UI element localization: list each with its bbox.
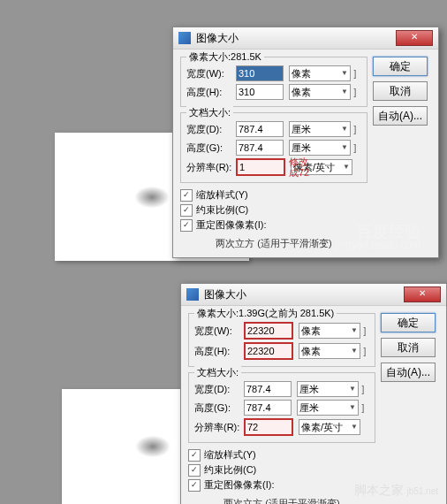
resample-label: 重定图像像素(I): xyxy=(204,478,274,492)
chevron-down-icon: ▼ xyxy=(351,344,358,358)
close-button[interactable]: ✕ xyxy=(404,286,441,302)
pixel-height-unit[interactable]: 像素▼ xyxy=(299,343,360,359)
pixel-size-value: 281.5K xyxy=(231,51,261,62)
link-icon: ] xyxy=(351,88,360,97)
watermark: 脚本之家 jb51.net xyxy=(354,483,438,499)
titlebar[interactable]: 图像大小 ✕ xyxy=(173,27,438,50)
scale-styles-label: 缩放样式(Y) xyxy=(196,188,248,202)
doc-size-label: 文档大小: xyxy=(186,106,233,119)
resample-checkbox[interactable]: ✓ xyxy=(180,219,193,232)
resample-checkbox[interactable]: ✓ xyxy=(188,479,201,492)
link-icon: ] xyxy=(360,347,369,356)
document-size-group: 文档大小: 宽度(D): 787.4 厘米▼ ] 高度(G): 787.4 厘米… xyxy=(180,112,367,183)
pixel-dimensions-group: 像素大小:1.39G(之前为 281.5K) 宽度(W): 22320 像素▼ … xyxy=(188,313,375,367)
chevron-down-icon: ▼ xyxy=(349,401,356,415)
chevron-down-icon: ▼ xyxy=(351,420,358,434)
close-button[interactable]: ✕ xyxy=(396,30,433,46)
scale-styles-label: 缩放样式(Y) xyxy=(204,448,256,462)
resample-method[interactable]: 两次立方 (适用于平滑渐变) xyxy=(188,493,375,504)
chevron-down-icon: ▼ xyxy=(341,141,348,155)
scale-styles-checkbox[interactable]: ✓ xyxy=(180,189,193,202)
chevron-down-icon: ▼ xyxy=(351,324,358,338)
ok-button[interactable]: 确定 xyxy=(381,313,436,332)
resolution-label: 分辨率(R): xyxy=(186,161,236,174)
doc-width-input[interactable]: 787.4 xyxy=(244,381,292,397)
image-spot xyxy=(135,436,170,458)
constrain-checkbox[interactable]: ✓ xyxy=(180,204,193,217)
cancel-button[interactable]: 取消 xyxy=(381,338,436,357)
doc-width-label: 宽度(D): xyxy=(186,123,236,136)
doc-height-unit[interactable]: 厘米▼ xyxy=(297,400,359,416)
pixel-height-unit[interactable]: 像素▼ xyxy=(289,84,351,100)
doc-height-label: 高度(G): xyxy=(186,141,236,155)
link-icon: ] xyxy=(360,326,369,336)
ok-button[interactable]: 确定 xyxy=(373,57,428,76)
link-icon: ] xyxy=(351,69,360,79)
cancel-button[interactable]: 取消 xyxy=(373,81,428,101)
auto-button[interactable]: 自动(A)... xyxy=(381,363,436,382)
doc-width-unit[interactable]: 厘米▼ xyxy=(289,121,351,137)
doc-width-unit[interactable]: 厘米▼ xyxy=(297,381,359,397)
auto-button[interactable]: 自动(A)... xyxy=(373,106,428,126)
doc-height-input[interactable]: 787.4 xyxy=(244,400,292,416)
pixel-size-value: 1.39G(之前为 281.5K) xyxy=(239,308,334,318)
resolution-label: 分辨率(R): xyxy=(194,421,244,434)
doc-height-label: 高度(G): xyxy=(194,401,244,415)
pixel-width-input[interactable]: 22320 xyxy=(244,322,293,340)
link-icon: ] xyxy=(351,143,360,153)
app-icon xyxy=(178,32,191,44)
link-icon: ] xyxy=(351,125,360,134)
doc-width-input[interactable]: 787.4 xyxy=(236,121,284,137)
chevron-down-icon: ▼ xyxy=(349,382,356,396)
chevron-down-icon: ▼ xyxy=(341,85,348,99)
pixel-dimensions-group: 像素大小:281.5K 宽度(W): 310 像素▼ ] 高度(H): 310 … xyxy=(180,57,367,107)
pixel-width-unit[interactable]: 像素▼ xyxy=(289,65,351,81)
constrain-checkbox[interactable]: ✓ xyxy=(188,464,201,477)
doc-width-label: 宽度(D): xyxy=(194,383,244,396)
chevron-down-icon: ▼ xyxy=(341,122,348,136)
resolution-input[interactable]: 1 xyxy=(236,158,285,176)
pixel-width-input[interactable]: 310 xyxy=(236,65,284,81)
resolution-unit[interactable]: 像素/英寸▼ xyxy=(299,419,360,435)
pixel-height-input[interactable]: 22320 xyxy=(244,342,293,360)
document-size-group: 文档大小: 宽度(D): 787.4 厘米▼ ] 高度(G): 787.4 厘米… xyxy=(188,372,375,443)
app-icon xyxy=(186,288,199,301)
width-label: 宽度(W): xyxy=(194,325,244,338)
doc-height-unit[interactable]: 厘米▼ xyxy=(289,140,351,156)
pixel-size-label: 像素大小: xyxy=(189,51,231,62)
scale-styles-checkbox[interactable]: ✓ xyxy=(188,449,201,462)
pixel-size-label: 像素大小: xyxy=(197,308,239,318)
chevron-down-icon: ▼ xyxy=(343,160,350,174)
chevron-down-icon: ▼ xyxy=(341,66,348,80)
link-icon: ] xyxy=(359,385,367,394)
titlebar[interactable]: 图像大小 ✕ xyxy=(181,284,446,306)
annotation-text: 修改成72 xyxy=(289,157,309,178)
dialog-title: 图像大小 xyxy=(196,27,239,49)
constrain-label: 约束比例(C) xyxy=(204,463,256,477)
dialog-title: 图像大小 xyxy=(204,284,246,305)
image-spot xyxy=(134,186,170,208)
image-size-dialog-after: 图像大小 ✕ 像素大小:1.39G(之前为 281.5K) 宽度(W): 223… xyxy=(180,283,447,504)
watermark: jingyan.baidu.com xyxy=(335,239,420,251)
doc-size-label: 文档大小: xyxy=(194,366,241,379)
pixel-width-unit[interactable]: 像素▼ xyxy=(299,323,360,339)
resolution-input[interactable]: 72 xyxy=(244,418,293,436)
constrain-label: 约束比例(C) xyxy=(196,203,248,217)
pixel-height-input[interactable]: 310 xyxy=(236,84,284,100)
width-label: 宽度(W): xyxy=(186,67,236,80)
resample-label: 重定图像像素(I): xyxy=(196,218,266,232)
link-icon: ] xyxy=(359,403,367,413)
height-label: 高度(H): xyxy=(186,86,236,99)
doc-height-input[interactable]: 787.4 xyxy=(236,140,284,156)
height-label: 高度(H): xyxy=(194,345,244,358)
